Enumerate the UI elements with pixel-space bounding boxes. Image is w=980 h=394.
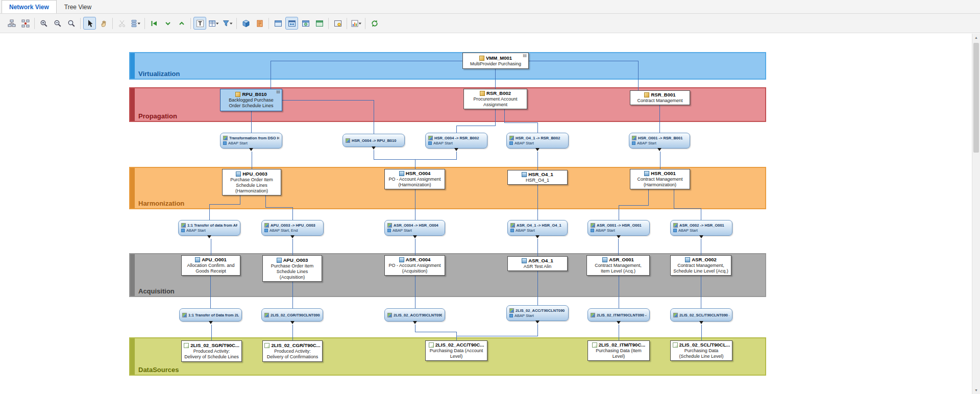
toolbar-separator [268,18,269,29]
transformation-node[interactable]: ASR_O002 -> HSR_O001ABAP Start [670,220,732,236]
node-title-text: ASR_O002 [692,257,717,263]
toolbar-separator [34,18,35,29]
transformation-node[interactable]: 2LIS_02_ACC/T90CLNT090 ->...ABAP Start [506,305,569,321]
view-window-icon[interactable] [272,17,284,30]
node-ASR_O002[interactable]: ASR_O002Contract Management,Schedule Lin… [670,255,731,276]
toolbar-group [193,17,234,30]
node-title: APU_O001 [195,257,227,263]
node-ASR_O4_1[interactable]: ASR_O4_1ASR Test Alin [507,256,568,271]
transformation-node[interactable]: HSR_O004 -> RPU_B010 [342,134,405,147]
pin-layout-icon[interactable] [19,17,32,30]
node-ASR_O004[interactable]: ASR_O004PO - Account Assignment(Acquisit… [384,255,445,276]
toolbar-separator [347,18,347,29]
node-description-line: Schedule Lines [236,183,267,188]
transformation-title: APU_O003 -> HPU_O003 [264,223,321,228]
node-DS_SCL[interactable]: 2LIS_02_SCL/T90CL...Purchasing Data(Sche… [670,340,732,361]
note-page-icon[interactable] [253,17,266,30]
zoom-in-icon[interactable] [37,17,50,30]
node-description-line: Delivery of Confirmations [267,354,318,360]
vertical-scrollbar[interactable]: ▲ ▼ [972,34,980,394]
node-description-line: (Harmonization) [235,188,268,194]
select-cursor-icon[interactable] [83,17,96,30]
table-dropdown-icon[interactable] [207,17,220,30]
adso-yellow-icon [644,92,649,97]
node-APU_O003[interactable]: APU_O003Purchase Order ItemSchedule Line… [262,255,322,282]
datasource-icon [429,342,434,348]
transformation-node[interactable]: HSR_O004 -> RSR_B002ABAP Start [425,133,487,149]
node-APU_O001[interactable]: APU_O001Allocation Confirm. andGoods Rec… [181,255,240,276]
node-DS_ITM[interactable]: 2LIS_02_ITM/T90C...Purchasing Data (Item… [587,340,650,361]
node-VMM_M001[interactable]: VMM_M001▤MultiProvider Purchasing [462,53,529,69]
transformation-node[interactable]: ASR_O4_1 -> HSR_O4_1ABAP Start [507,220,568,236]
transformation-node[interactable]: 2LIS_02_ITM/T90CLNT090 ->... [587,308,650,322]
node-DS_SGR[interactable]: 2LIS_02_SGR/T90C...Produced Activity:Del… [181,340,242,362]
node-title: HSR_O001 [644,170,676,177]
zoom-out-icon[interactable] [51,17,64,30]
node-HSR_O001[interactable]: HSR_O001Contract Management(Harmonizatio… [630,169,690,189]
transformation-node[interactable]: 2LIS_02_CGR/T90CLNT090 ->... [261,308,323,322]
pan-hand-icon[interactable] [97,17,110,30]
infocube-icon[interactable] [239,17,252,30]
transformation-node[interactable]: 2LIS_02_ACC/T90CLNT090 ->... [384,308,445,322]
transformation-node[interactable]: 1:1 Transfer of Data from 2LIS... [179,308,242,322]
node-HSR_O004[interactable]: HSR_O004PO - Account Assignment(Harmoniz… [384,169,445,189]
node-title-text: APU_O003 [283,257,308,263]
lane-label: Acquisition [138,287,175,295]
node-RPU_B010[interactable]: RPU_B010▤Backlogged PurchaseOrder Schedu… [220,89,282,111]
transformation-node[interactable]: 1:1 Transfer of data from APU...ABAP Sta… [178,220,240,236]
nav-first-icon[interactable] [148,17,160,30]
node-HSR_O4_1[interactable]: HSR_O4_1HSR_O4_1 [507,170,568,185]
view-globe-icon[interactable] [299,17,312,30]
node-description-line: Purchasing Data (Item [596,348,642,354]
scrollbar-thumb[interactable] [973,43,979,153]
transformation-node[interactable]: HSR_O4_1 -> RSR_B002ABAP Start [506,133,569,149]
transformation-node[interactable]: ASR_O004 -> HSR_O004ABAP Start [384,220,445,236]
node-title-text: ASR_O004 [406,257,431,263]
lane-color-strip [130,254,135,296]
node-title: ASR_O001 [602,257,634,263]
node-HPU_O003[interactable]: HPU_O003Purchase Order ItemSchedule Line… [222,169,281,195]
tab-tree-view[interactable]: Tree View [57,0,99,13]
tab-network-view[interactable]: Network View [2,0,57,13]
node-RSR_B001[interactable]: RSR_B001Contract Management [630,90,690,105]
refresh-icon[interactable] [368,17,381,30]
scroll-down-icon[interactable]: ▼ [972,386,980,394]
filter-dropdown-icon[interactable] [221,17,234,30]
node-title: ASR_O004 [399,257,431,263]
zoom-select-icon[interactable] [65,17,78,30]
tab-label: Tree View [64,4,91,11]
text-tool-icon[interactable] [193,17,206,30]
transformation-subtitle: ABAP Start [387,228,442,233]
view-network-icon[interactable] [285,17,298,30]
node-description-line: Contract Management [637,98,682,104]
transformation-subtitle-text: ABAP Start [637,141,656,145]
node-title-text: HSR_O4_1 [528,171,553,178]
transformation-node[interactable]: 2LIS_02_SCL/T90CLNT090 ->... [670,308,732,322]
expand-all-icon[interactable] [175,17,188,30]
add-shape-dropdown-icon[interactable] [129,17,142,30]
transformation-node[interactable]: APU_O003 -> HPU_O003ABAP Start, End [261,220,324,236]
node-ASR_O001[interactable]: ASR_O001Contract Management,Item Level (… [586,255,650,276]
transformation-subtitle: ABAP Start [428,141,484,145]
transformation-title: Transformation from DSO HP... [223,136,279,140]
chart-dropdown-icon[interactable] [350,17,362,30]
adso-blue-icon [195,257,200,262]
scroll-up-icon[interactable]: ▲ [972,34,980,41]
auto-layout-icon[interactable] [5,17,18,30]
view-tabbar: Network ViewTree View [0,0,980,14]
view-green-icon[interactable] [313,17,326,30]
transformation-node[interactable]: HSR_O001 -> RSR_B001ABAP Start [629,133,690,149]
transformation-subtitle-text: ABAP Start [514,141,534,145]
node-title-text: 2LIS_02_SGR/T90C... [190,342,239,349]
transformation-subtitle-text: ABAP Start [678,228,698,233]
transformation-node[interactable]: ASR_O001 -> HSR_O001ABAP Start [587,220,650,236]
node-DS_ACC[interactable]: 2LIS_02_ACC/T90C...Purchasing Data (Acco… [425,340,487,361]
toolbar-group [83,17,110,30]
node-DS_CGR[interactable]: 2LIS_02_CGR/T90C...Produced Activity:Del… [262,340,323,362]
key-figure-icon[interactable] [331,17,344,30]
node-title: RSR_B001 [644,92,675,98]
dataflow-canvas[interactable]: VirtualizationPropagationHarmonizationAc… [0,0,980,394]
transformation-node[interactable]: Transformation from DSO HP...ABAP Start [220,133,282,149]
collapse-all-icon[interactable] [161,17,174,30]
node-RSR_B002[interactable]: RSR_B002Procurement AccountAssignment [463,89,527,109]
